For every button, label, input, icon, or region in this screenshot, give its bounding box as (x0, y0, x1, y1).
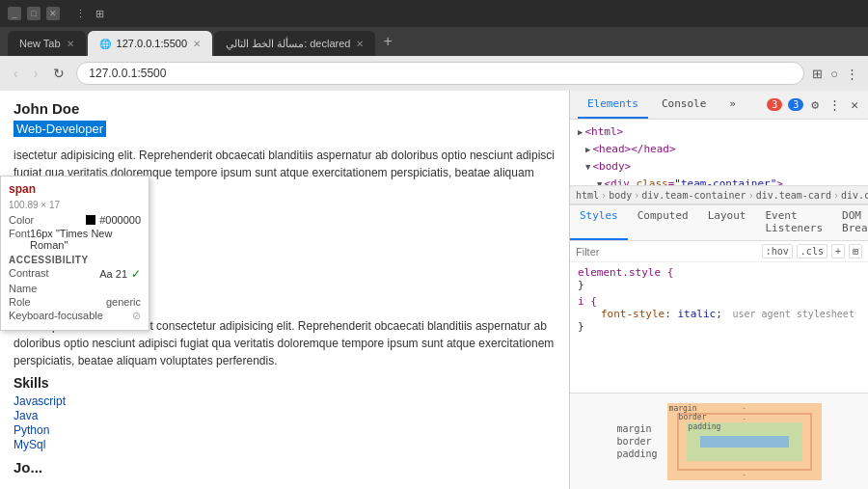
extensions-icon[interactable]: ⊞ (812, 67, 823, 81)
devtools-tab-more[interactable]: » (719, 91, 746, 119)
tooltip-dimensions: 100.89 × 17 (9, 200, 141, 210)
tooltip-font-value: 16px "Times New Roman" (30, 228, 141, 251)
error-badge: 3 (767, 98, 782, 111)
el-body[interactable]: ▼<body> (570, 158, 868, 176)
more-icon[interactable]: ⋮ (846, 67, 858, 81)
margin-bottom-value: - (742, 471, 746, 479)
tab-bar: New Tab ✕ 🌐 127.0.0.1:5500 ✕ مسألة الخط … (0, 27, 868, 56)
expand-icon[interactable]: ▼ (585, 162, 590, 172)
bc-sep4: › (833, 190, 839, 201)
bc-html[interactable]: html (576, 190, 599, 201)
bc-body[interactable]: body (609, 190, 632, 201)
tooltip-element-name: span (9, 182, 141, 196)
style-rule-element: element.style { } (578, 266, 860, 291)
bc-card-icon[interactable]: div.card-icon (841, 190, 868, 201)
style-source-label: user agent stylesheet (732, 309, 854, 319)
tooltip-role-value: generic (106, 296, 141, 308)
el-html[interactable]: ▶<html> (570, 123, 868, 141)
person3-section-partial: Jo... (14, 459, 556, 475)
nav-back-btn[interactable]: ‹ (10, 64, 22, 83)
elements-panel: ▶<html> ▶<head></head> ▼<body> ▼<div cla… (570, 120, 868, 185)
tab-close-arabic-icon[interactable]: ✕ (356, 39, 364, 49)
elements-breadcrumb: html › body › div.team-container › div.t… (570, 185, 868, 204)
url-input[interactable]: 127.0.0.1:5500 (76, 62, 804, 85)
tooltip-contrast-row: Contrast Aa 21 ✓ (9, 267, 141, 281)
window-controls: _ □ ✕ (8, 7, 60, 20)
styles-content: element.style { } i { font-style: italic… (570, 262, 868, 393)
browser-settings-btn[interactable]: ⊞ (95, 8, 104, 20)
hov-btn[interactable]: :hov (762, 244, 793, 258)
window-maximize[interactable]: □ (27, 7, 41, 20)
profile-icon[interactable]: ○ (830, 67, 838, 81)
cls-btn[interactable]: .cls (797, 244, 827, 258)
tab-close-active-icon[interactable]: ✕ (193, 39, 201, 49)
styles-tab-computed[interactable]: Computed (628, 205, 698, 240)
tab-close-icon[interactable]: ✕ (67, 39, 74, 49)
address-bar: ‹ › ↻ 127.0.0.1:5500 ⊞ ○ ⋮ (0, 56, 868, 91)
styles-tab-event-listeners[interactable]: Event Listeners (755, 205, 832, 240)
window-minimize[interactable]: _ (8, 7, 21, 20)
margin-top-value: - (742, 404, 746, 413)
devtools-settings-btn[interactable]: ⚙ (809, 95, 821, 114)
styles-tab-styles[interactable]: Styles (570, 205, 628, 240)
padding-label: padding (689, 422, 721, 431)
expand-icon[interactable]: ▶ (578, 127, 583, 137)
contrast-check-icon: ✓ (131, 267, 141, 281)
warning-badge: 3 (788, 98, 803, 111)
person1-name: John Doe (14, 100, 556, 117)
tooltip-keyboard-row: Keyboard-focusable ⊘ (9, 310, 141, 322)
devtools-close-btn[interactable]: ✕ (849, 95, 860, 114)
styles-tab-layout[interactable]: Layout (698, 205, 756, 240)
person2-skill-2: Java (14, 409, 556, 422)
tab-new-tab[interactable]: New Tab ✕ (8, 31, 86, 56)
tooltip-color-row: Color #000000 (9, 214, 141, 226)
tooltip-font-row: Font 16px "Times New Roman" (9, 228, 141, 251)
devtools-tab-elements[interactable]: Elements (578, 91, 648, 119)
el-team-container[interactable]: ▼<div class="team-container"> (570, 176, 868, 185)
tooltip-role-label: Role (9, 296, 31, 308)
person3-name-partial: Jo... (14, 459, 556, 475)
element-tooltip: span 100.89 × 17 Color #000000 Font 16px… (0, 176, 149, 331)
tab-localhost[interactable]: 🌐 127.0.0.1:5500 ✕ (88, 31, 212, 56)
nav-forward-btn[interactable]: › (30, 64, 42, 83)
tooltip-keyboard-icon: ⊘ (132, 310, 141, 322)
person2-skill-4: MySql (14, 438, 556, 451)
style-selector-i: i { (578, 295, 597, 308)
bc-team-card[interactable]: div.team-card (756, 190, 831, 201)
tooltip-color-label: Color (9, 214, 34, 226)
devtools-header: Elements Console » 3 3 ⚙ ⋮ ✕ (570, 91, 868, 120)
url-text: 127.0.0.1:5500 (89, 67, 166, 80)
styles-filter-input[interactable] (576, 246, 758, 258)
person1-section: John Doe Web-Developer (14, 100, 556, 145)
tab-label: New Tab (19, 38, 61, 49)
box-model-area: margin border padding - - - auto auto (570, 393, 868, 489)
expand-icon[interactable]: ▶ (585, 145, 590, 154)
tab-favicon: 🌐 (99, 39, 111, 49)
tab-arabic[interactable]: مسألة الخط التالي: declared ✕ (214, 31, 375, 56)
content-layer (700, 436, 789, 448)
tab-label: مسألة الخط التالي: declared (226, 38, 350, 50)
tooltip-color-value: #000000 (86, 214, 141, 226)
tooltip-role-row: Role generic (9, 296, 141, 308)
styles-tab-dom-breakpoints[interactable]: DOM Breakpoints (832, 205, 868, 240)
tooltip-name-row: Name (9, 283, 141, 294)
box-model-diagram: - - - auto auto margin border padding (667, 403, 822, 480)
devtools-panel: Elements Console » 3 3 ⚙ ⋮ ✕ ▶<html> ▶<h… (569, 91, 868, 489)
web-page-content: John Doe Web-Developer span 100.89 × 17 … (0, 91, 569, 489)
add-style-btn[interactable]: + (831, 244, 845, 258)
color-swatch (86, 215, 95, 225)
more-style-btn[interactable]: ⊞ (849, 244, 862, 258)
tooltip-name-label: Name (9, 283, 37, 294)
devtools-more-options-btn[interactable]: ⋮ (827, 95, 843, 114)
bc-sep3: › (748, 190, 754, 201)
nav-refresh-btn[interactable]: ↻ (49, 64, 68, 83)
new-tab-button[interactable]: + (377, 33, 397, 50)
style-rule-i: i { font-style: italic; user agent style… (578, 295, 860, 333)
el-head[interactable]: ▶<head></head> (570, 141, 868, 158)
bc-team-container[interactable]: div.team-container (641, 190, 746, 201)
styles-filter-bar: :hov .cls + ⊞ (570, 241, 868, 262)
devtools-tab-console[interactable]: Console (652, 91, 716, 119)
window-close[interactable]: ✕ (46, 7, 60, 20)
title-bar: _ □ ✕ ⋮ ⊞ (0, 0, 868, 27)
browser-menu-btn[interactable]: ⋮ (75, 8, 86, 20)
